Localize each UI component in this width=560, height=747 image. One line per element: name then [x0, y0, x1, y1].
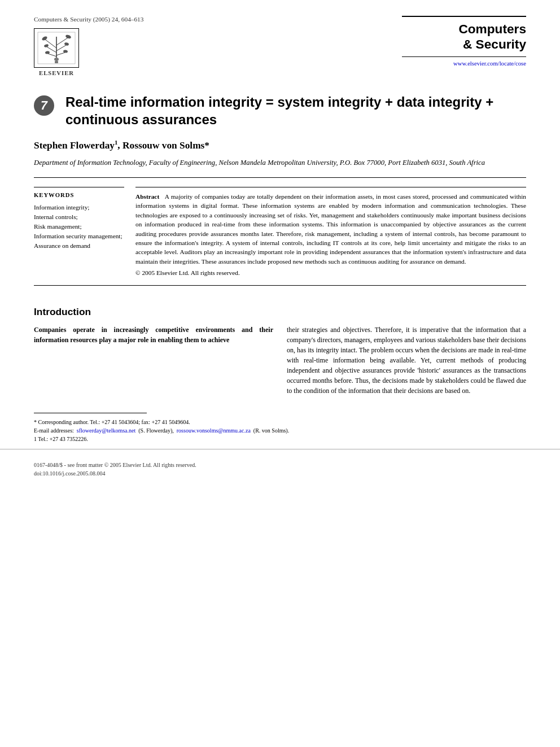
abstract-body: A majority of companies today are totall…: [135, 193, 526, 265]
footnote-email2-link[interactable]: rossouw.vonsolms@nmmu.ac.za: [177, 427, 251, 434]
svg-line-5: [56, 45, 66, 51]
svg-point-8: [41, 36, 48, 41]
header: Computers & Security (2005) 24, 604–613: [0, 0, 560, 76]
keyword-4: Information security management;: [34, 231, 124, 241]
journal-title-line1: Computers: [458, 21, 526, 37]
elsevier-logo: ELSEVIER: [34, 28, 79, 76]
keywords-title: KEYWORDS: [34, 192, 124, 198]
svg-point-9: [65, 34, 71, 39]
divider-1: [34, 177, 526, 178]
svg-line-6: [48, 54, 56, 56]
svg-point-11: [64, 42, 69, 46]
svg-point-14: [54, 58, 59, 61]
footnote-tel: 1 Tel.: +27 43 7352226.: [34, 435, 526, 443]
intro-col-left: Companies operate in increasingly compet…: [34, 325, 273, 401]
abstract-copyright: © 2005 Elsevier Ltd. All rights reserved…: [135, 269, 526, 276]
intro-col-left-para1: Companies operate in increasingly compet…: [34, 325, 273, 345]
article-title: Real-time information integrity = system…: [65, 93, 526, 128]
intro-col-right-para1: their strategies and objectives. Therefo…: [287, 325, 526, 396]
footnote-email: E-mail addresses: sflowerday@telkomsa.ne…: [34, 426, 526, 435]
footnote-corresponding: * Corresponding author. Tel.: +27 41 504…: [34, 418, 526, 426]
abstract-label: Abstract: [135, 193, 159, 200]
article-number-badge: 7: [34, 95, 54, 116]
abstract-section: KEYWORDS Information integrity; Internal…: [0, 187, 560, 276]
footnote-email1-name: (S. Flowerday),: [138, 427, 174, 434]
top-rule: [402, 16, 526, 17]
footnote-email1-link[interactable]: sflowerday@telkomsa.net: [77, 427, 135, 434]
footnote-email-label: E-mail addresses:: [34, 427, 74, 434]
page: Computers & Security (2005) 24, 604–613: [0, 0, 560, 747]
abstract-box: Abstract A majority of companies today a…: [135, 187, 526, 276]
keyword-2: Internal controls;: [34, 212, 124, 222]
keywords-box: KEYWORDS Information integrity; Internal…: [34, 187, 124, 276]
page-footer: 0167-4048/$ - see front matter © 2005 El…: [0, 449, 560, 487]
introduction-section: Introduction: [0, 295, 560, 318]
journal-ref: Computers & Security (2005) 24, 604–613: [34, 16, 143, 23]
footnote-rule: [34, 413, 147, 413]
introduction-title: Introduction: [34, 306, 526, 318]
keyword-5: Assurance on demand: [34, 241, 124, 251]
authors-section: Stephen Flowerday1, Rossouw von Solms*: [0, 128, 560, 151]
intro-col-right: their strategies and objectives. Therefo…: [287, 325, 526, 401]
header-left: Computers & Security (2005) 24, 604–613: [34, 16, 143, 76]
svg-line-7: [56, 53, 65, 55]
header-right: Computers & Security www.elsevier.com/lo…: [402, 16, 526, 67]
logo-box: [34, 28, 79, 68]
footnote-section: * Corresponding author. Tel.: +27 41 504…: [0, 401, 560, 443]
footnote-email2-name: (R. von Solms).: [253, 427, 289, 434]
author1-name: Stephen Flowerday: [34, 140, 115, 151]
authors-text: Stephen Flowerday1, Rossouw von Solms*: [34, 140, 209, 151]
keyword-3: Risk management;: [34, 222, 124, 231]
journal-title-line2: & Security: [458, 37, 526, 52]
abstract-text: Abstract A majority of companies today a…: [135, 192, 526, 266]
journal-title-box: Computers & Security: [458, 21, 526, 52]
svg-rect-15: [55, 61, 58, 63]
elsevier-logo-svg: [37, 31, 76, 65]
elsevier-label: ELSEVIER: [39, 70, 74, 76]
footer-line1: 0167-4048/$ - see front matter © 2005 El…: [34, 461, 526, 469]
footer-line2: doi:10.1016/j.cose.2005.08.004: [34, 469, 526, 478]
journal-url[interactable]: www.elsevier.com/locate/cose: [453, 60, 526, 67]
author2-name: , Rossouw von Solms*: [117, 140, 209, 151]
intro-two-col: Companies operate in increasingly compet…: [0, 325, 560, 401]
article-header: 7 Real-time information integrity = syst…: [0, 76, 560, 128]
footnote-corresponding-text: * Corresponding author. Tel.: +27 41 504…: [34, 419, 190, 425]
svg-point-10: [43, 43, 49, 47]
bottom-rule: [402, 56, 526, 58]
divider-2: [34, 285, 526, 286]
affiliation: Department of Information Technology, Fa…: [0, 151, 560, 168]
keyword-1: Information integrity;: [34, 203, 124, 212]
